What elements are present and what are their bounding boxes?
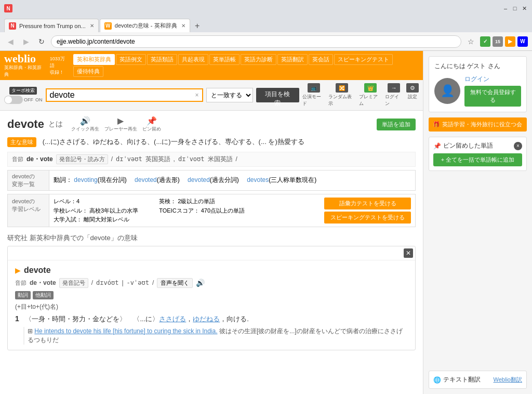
slash-1: / [111, 155, 113, 163]
logo-subtitle: 英和辞典・和英辞典 [4, 64, 46, 78]
conj-note-4: (三人称単数現在) [269, 176, 316, 183]
sidebar-banner[interactable]: 🎁 英語学習・海外旅行に役立つ会 [429, 117, 527, 132]
conj-note-2: (過去形) [157, 176, 186, 183]
entry-pron-btn[interactable]: 発音記号 [59, 278, 88, 288]
register-button[interactable]: 無料で会員登録する [464, 86, 521, 107]
nav-item-yutai[interactable]: 優待特典 [73, 66, 103, 77]
pron-en-label: 英国英語 [145, 155, 170, 164]
listen-btn[interactable]: 音声を聞く [157, 278, 193, 288]
close-button[interactable]: ✕ [521, 5, 528, 12]
speaking-test-btn[interactable]: スピーキングテストを受ける [324, 212, 411, 224]
translate-title: テキスト翻訳 [443, 375, 481, 384]
ext-icon-1: ✓ [480, 36, 490, 47]
login-label: ログイン [385, 94, 403, 107]
add-word-button[interactable]: 単語を追加 [377, 119, 416, 130]
title-bar: N – □ ✕ [0, 0, 532, 17]
link-yudaneru[interactable]: ゆだねる [193, 315, 220, 323]
vocab-test-btn[interactable]: 語彙力テストを受ける [324, 198, 411, 209]
tab-1[interactable]: N Pressure from Trump on... ✕ [4, 19, 99, 32]
tool-btn-random[interactable]: 🔀 ランダム表示 [328, 83, 356, 107]
entry-pron-alt: -vˈəʊt [127, 279, 149, 286]
kenkyusha-body: ▶ devote 音節 de・vote 発音記号 / dɪvóʊt | [8, 260, 415, 350]
conj-devoted-past[interactable]: devoted [135, 176, 157, 183]
tab1-close[interactable]: ✕ [90, 23, 94, 29]
pin-btn[interactable]: 📌 ピン留め [142, 116, 161, 133]
restore-button[interactable]: □ [511, 5, 518, 12]
reload-button[interactable]: ↻ [35, 35, 48, 48]
guest-section: こんにちは ゲスト さん 👤 ログイン 無料で会員登録する [429, 56, 527, 112]
nav-item-eikaiwa[interactable]: 英会話 [309, 54, 333, 65]
link-sasageru[interactable]: ささげる [159, 315, 186, 323]
forward-button[interactable]: ▶ [20, 35, 32, 48]
search-button[interactable]: 項目を検索 [256, 88, 299, 102]
new-tab-button[interactable]: + [191, 20, 204, 32]
weblio-header: weblio 英和辞典・和英辞典 1033万語 収録！ 英和和英辞典 英語例文 … [0, 51, 423, 80]
kouenmode-icon: 📺 [308, 83, 320, 93]
back-button[interactable]: ◀ [4, 35, 17, 48]
add-all-button[interactable]: + 全てを一括で単語帳に追加 [433, 153, 522, 166]
kenkyusha-close-btn[interactable]: ✕ [404, 248, 413, 258]
entry-pron-ipa: dɪvóʊt [96, 279, 118, 286]
ext-icon-2: 15 [493, 36, 503, 47]
bookmark-button[interactable]: ☆ [464, 35, 477, 48]
dict-entry: devote とは 🔊 クイック再生 ▶ プレーヤー再生 📌 [0, 111, 423, 356]
ext-icon-4: W [517, 36, 528, 47]
turbo-search: ターボ検索 OFF ON [4, 87, 43, 104]
level-btns: 語彙力テストを受ける スピーキングテストを受ける [324, 198, 411, 224]
tool-btn-premium[interactable]: 👑 プレミアム [359, 83, 382, 107]
minimize-button[interactable]: – [502, 5, 509, 12]
player-play-btn[interactable]: ▶ プレーヤー再生 [104, 116, 137, 133]
level-left: レベル：4 学校レベル： 高校3年以上の水準 大学入試： 離関大対策レベル [54, 198, 138, 224]
pinned-close-btn[interactable]: × [514, 142, 522, 150]
tool-btn-login[interactable]: → ログイン [385, 83, 403, 107]
level-inner: レベル：4 学校レベル： 高校3年以上の水準 大学入試： 離関大対策レベル [54, 198, 411, 224]
nav-item-ruigo[interactable]: 英語類語 [147, 54, 177, 65]
example-link[interactable]: He intends to devote his life [his fortu… [34, 327, 217, 335]
kenkyusha-section: 研究社 新英和中辞典での「devote」の意味 ✕ ▶ devote [7, 233, 416, 350]
settings-label: 設定 [408, 94, 417, 100]
weblio-translate-link[interactable]: Weblio翻訳 [494, 376, 522, 384]
pinned-title: 📌 ピン留めした単語 [433, 141, 493, 150]
tab2-close[interactable]: ✕ [181, 23, 185, 29]
pronunciation-section: 音節 de・vote 発音記号・読み方 / dɪˈvəʊt 英国英語 , dɪˈ… [7, 152, 416, 167]
level-val: レベル：4 [54, 198, 138, 205]
conj-devotes[interactable]: devotes [247, 176, 269, 183]
eiken-label: 英検： [159, 198, 176, 204]
turbo-label: ターボ検索 [9, 87, 37, 95]
nav-item-kyoki[interactable]: 共起表現 [178, 54, 208, 65]
conj-devoted-pp[interactable]: devoted [188, 176, 210, 183]
pron-btn[interactable]: 発音記号・読み方 [56, 154, 108, 164]
pos-badges: 動詞 他動詞 [15, 291, 408, 299]
address-input[interactable] [51, 35, 461, 48]
tool-btn-settings[interactable]: ⚙ 設定 [406, 83, 419, 107]
kenkyusha-close-row: ✕ [8, 246, 415, 260]
nav-item-honyaku[interactable]: 英語翻訳 [277, 54, 308, 65]
conj-devoting[interactable]: devoting [74, 176, 97, 183]
search-input[interactable] [50, 90, 195, 100]
nav-item-speaking[interactable]: スピーキングテスト [334, 54, 393, 65]
conj-row: devoteの変形一覧 動詞： devoting(現在分詞) devoted(過… [8, 170, 416, 190]
login-link[interactable]: ログイン [464, 75, 521, 84]
eiken-row: 英検： 2級以上の単語 [159, 198, 245, 205]
nav-item-reibun[interactable]: 英語例文 [116, 54, 146, 65]
listen-icon: 🔊 [196, 279, 205, 287]
tab-bar: N Pressure from Trump on... ✕ W devoteの意… [0, 17, 532, 32]
match-select[interactable]: と一致する [206, 88, 253, 102]
grammar-note: (+目+to+(代)名) [15, 303, 408, 311]
browser-window: N – □ ✕ N Pressure from Trump on... ✕ W … [0, 0, 532, 394]
entry-word-row: ▶ devote [15, 266, 408, 275]
pinned-header: 📌 ピン留めした単語 × [433, 141, 522, 150]
search-clear-btn[interactable]: × [195, 91, 199, 99]
turbo-toggle-switch[interactable] [4, 96, 23, 104]
nav-item-ryoku[interactable]: 英語力診断 [241, 54, 276, 65]
guest-avatar: 👤 [434, 78, 460, 104]
login-icon: → [388, 83, 400, 93]
tab-2[interactable]: W devoteの意味 - 英和辞典 ✕ [100, 19, 190, 32]
nav-item-eigo[interactable]: 英和和英辞典 [73, 54, 115, 65]
nav-item-tanchocho[interactable]: 英単語帳 [209, 54, 240, 65]
syllable-text: de・vote [26, 155, 53, 164]
entry-example: ⊞ He intends to devote his life [his for… [23, 327, 408, 345]
quick-play-btn[interactable]: 🔊 クイック再生 [71, 116, 99, 133]
tool-btn-kouenmode[interactable]: 📺 公演モード [302, 83, 325, 107]
address-bar: ◀ ▶ ↻ ☆ ✓ 15 ▶ W [0, 32, 532, 51]
